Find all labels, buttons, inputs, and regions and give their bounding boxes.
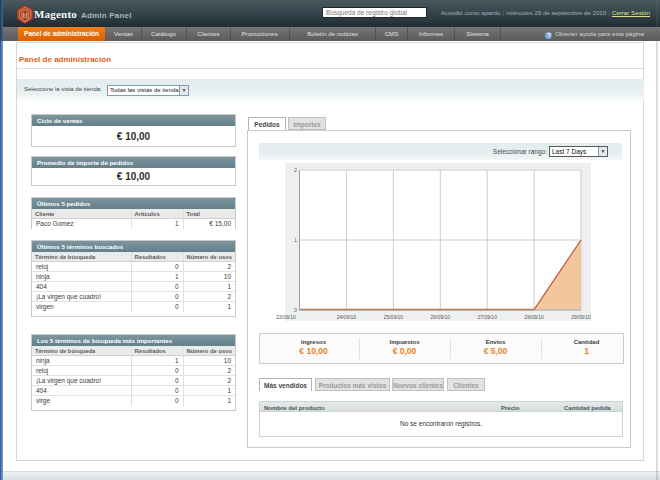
svg-text:25/09/10: 25/09/10	[384, 314, 404, 320]
svg-text:28/09/10: 28/09/10	[524, 314, 544, 320]
svg-text:24/09/10: 24/09/10	[337, 314, 357, 320]
svg-text:1: 1	[294, 237, 297, 243]
svg-text:26/09/10: 26/09/10	[431, 314, 451, 320]
svg-text:27/09/10: 27/09/10	[477, 314, 497, 320]
svg-text:29/09/10: 29/09/10	[571, 314, 591, 320]
svg-text:0: 0	[294, 307, 297, 313]
svg-text:2: 2	[294, 167, 297, 173]
svg-text:23/09/10: 23/09/10	[276, 314, 296, 320]
